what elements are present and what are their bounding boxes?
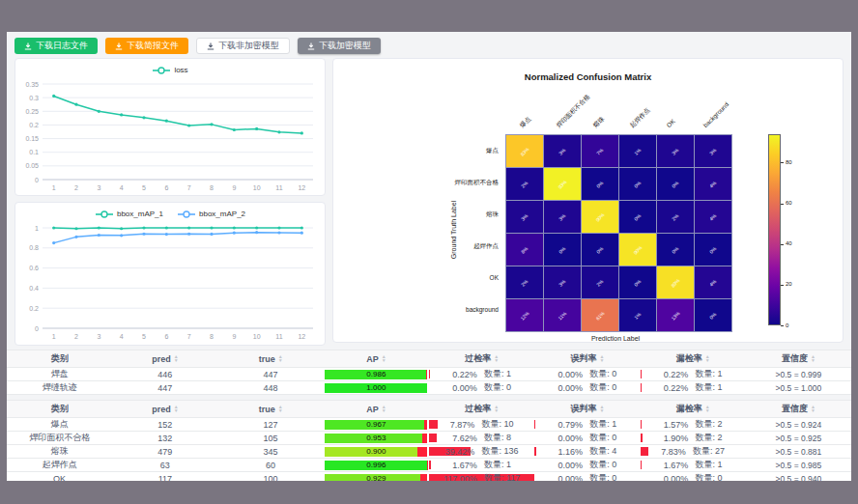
matrix-cell-value: 3%	[520, 212, 529, 221]
cell-miss-rate: 1.67%数量: 1	[641, 459, 746, 471]
matrix-cell: 61%	[582, 299, 618, 331]
table-row: OK1171000.929117.00%数量: 1170.00%数量: 00.0…	[7, 472, 851, 481]
cell-ap: 0.929	[324, 472, 429, 481]
cell-over-rate: 1.67%数量: 1	[429, 459, 534, 471]
col-header-label: 类别	[7, 350, 112, 367]
svg-text:2: 2	[74, 333, 78, 340]
col-header-pred[interactable]: pred▲▼	[112, 350, 217, 367]
matrix-grid: 83%3%7%1%3%3%2%93%0%0%0%4%3%3%90%0%2%4%8…	[505, 134, 732, 332]
col-header-label: pred	[152, 405, 171, 414]
ap-value: 1.000	[325, 383, 427, 393]
svg-text:4: 4	[120, 184, 124, 191]
col-header-pred[interactable]: pred▲▼	[112, 401, 217, 417]
ap-value: 0.953	[325, 434, 427, 443]
matrix-col-label: 起焊作点	[628, 106, 651, 129]
cell-miss-rate: 7.83%数量: 27	[641, 445, 746, 458]
col-header-true[interactable]: true▲▼	[218, 350, 324, 367]
sort-icon[interactable]: ▲▼	[705, 355, 710, 362]
matrix-cell: 4%	[695, 266, 731, 298]
rate-count: 数量: 117	[484, 472, 520, 481]
col-header-over[interactable]: 过检率▲▼	[429, 350, 534, 367]
legend-item-bbox_mAP_2[interactable]: bbox_mAP_2	[177, 210, 245, 219]
cell-ap: 0.953	[324, 432, 429, 444]
sort-icon[interactable]: ▲▼	[278, 406, 283, 412]
ap-value: 0.900	[325, 447, 427, 457]
col-header-mis[interactable]: 误判率▲▼	[534, 401, 640, 417]
cell-class-label: 熔珠	[7, 445, 112, 458]
cell-class-label: 焊印面积不合格	[7, 432, 112, 444]
sort-icon[interactable]: ▲▼	[174, 406, 179, 412]
matrix-cell: 0%	[695, 234, 731, 266]
cell-pred: 117	[112, 472, 217, 481]
col-header-conf[interactable]: 置信度▲▼	[746, 350, 851, 367]
col-header-conf[interactable]: 置信度▲▼	[746, 401, 851, 417]
download-icon	[207, 42, 214, 50]
colorbar-tick-label: 80	[786, 159, 792, 165]
col-header-ap[interactable]: AP▲▼	[324, 350, 429, 367]
legend-item-bbox_mAP_1[interactable]: bbox_mAP_1	[95, 210, 163, 219]
col-header-label: pred	[152, 354, 171, 364]
sort-icon[interactable]: ▲▼	[811, 406, 815, 412]
colorbar-tick-label: 40	[786, 240, 792, 246]
matrix-title: Normalized Confusion Matrix	[333, 71, 843, 82]
cell-miss-rate: 0.22%数量: 1	[641, 381, 746, 394]
matrix-cell-value: 0%	[558, 245, 566, 254]
matrix-cell: 7%	[582, 135, 618, 167]
rate-count: 数量: 0	[589, 459, 616, 471]
cell-true: 127	[218, 418, 324, 431]
svg-text:12: 12	[298, 333, 305, 340]
matrix-cell: 2%	[506, 266, 543, 298]
results-table-1: 类别pred▲▼true▲▼AP▲▼过检率▲▼误判率▲▼漏检率▲▼置信度▲▼焊盘…	[7, 350, 851, 395]
legend-item-loss[interactable]: loss	[152, 66, 187, 75]
sort-icon[interactable]: ▲▼	[278, 355, 283, 362]
svg-text:12: 12	[298, 184, 305, 191]
matrix-row-label: OK	[333, 274, 499, 281]
col-header-miss[interactable]: 漏检率▲▼	[641, 401, 746, 417]
sort-icon[interactable]: ▲▼	[494, 355, 499, 362]
sort-icon[interactable]: ▲▼	[382, 355, 386, 362]
ap-bar: 0.996	[325, 461, 427, 470]
col-header-mis[interactable]: 误判率▲▼	[534, 350, 640, 367]
svg-text:1: 1	[52, 184, 56, 191]
matrix-cell-value: 89%	[670, 277, 680, 288]
rate-bar	[641, 434, 643, 442]
cell-false-rate: 1.16%数量: 4	[534, 445, 640, 458]
ap-bar: 0.900	[325, 447, 427, 457]
rate-percent: 1.67%	[664, 461, 689, 470]
cell-false-rate: 0.79%数量: 1	[534, 418, 640, 431]
matrix-col-label: 熔珠	[591, 115, 606, 129]
rate-bar	[429, 434, 437, 442]
rate-percent: 0.00%	[558, 370, 584, 379]
col-header-miss[interactable]: 漏检率▲▼	[641, 350, 746, 367]
sort-icon[interactable]: ▲▼	[599, 355, 604, 362]
download-button-2[interactable]: 下载简报文件	[105, 38, 188, 54]
download-button-1[interactable]: 下载日志文件	[14, 38, 98, 54]
matrix-cell: 0%	[544, 234, 581, 266]
matrix-cell-value: 11%	[557, 310, 567, 321]
sort-icon[interactable]: ▲▼	[811, 355, 815, 362]
sort-icon[interactable]: ▲▼	[494, 406, 499, 412]
download-button-4[interactable]: 下载加密模型	[298, 38, 381, 54]
svg-text:0.05: 0.05	[25, 162, 39, 169]
rate-percent: 7.83%	[661, 447, 686, 457]
matrix-cell-value: 90%	[632, 244, 643, 255]
col-header-ap[interactable]: AP▲▼	[324, 401, 429, 417]
loss-chart-legend: loss	[15, 59, 325, 78]
svg-text:0.1: 0.1	[29, 149, 39, 155]
charts-area: loss 00.050.10.150.20.250.30.35123456789…	[7, 57, 851, 343]
col-header-over[interactable]: 过检率▲▼	[429, 401, 534, 417]
matrix-cell-value: 13%	[670, 310, 680, 321]
col-header-true[interactable]: true▲▼	[218, 401, 324, 417]
sort-icon[interactable]: ▲▼	[599, 406, 604, 412]
download-button-3[interactable]: 下载非加密模型	[196, 38, 290, 54]
legend-marker	[177, 210, 196, 219]
rate-count: 数量: 1	[484, 459, 511, 471]
rate-percent: 1.90%	[664, 434, 689, 443]
cell-over-rate: 7.87%数量: 10	[429, 418, 534, 431]
matrix-cell: 0%	[695, 299, 731, 331]
sort-icon[interactable]: ▲▼	[705, 406, 710, 412]
sort-icon[interactable]: ▲▼	[382, 406, 386, 412]
legend-marker	[95, 210, 114, 219]
table-header-row: 类别pred▲▼true▲▼AP▲▼过检率▲▼误判率▲▼漏检率▲▼置信度▲▼	[7, 350, 851, 368]
sort-icon[interactable]: ▲▼	[174, 355, 179, 362]
